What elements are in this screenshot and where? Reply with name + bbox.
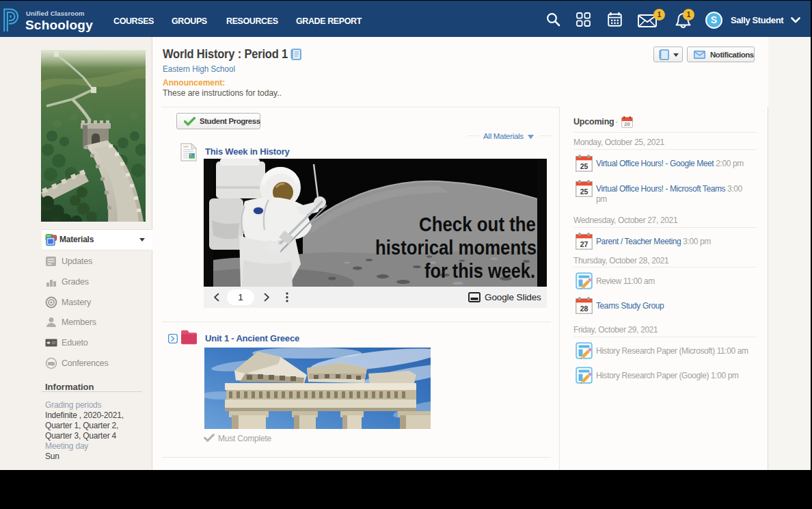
svg-text:28: 28: [580, 304, 588, 313]
svg-text:25: 25: [580, 187, 588, 196]
svg-text:historical moments: historical moments: [375, 236, 537, 259]
svg-text:Check out the: Check out the: [419, 213, 536, 235]
svg-text:25: 25: [580, 162, 588, 170]
svg-text:20: 20: [624, 121, 630, 127]
svg-text:for this week.: for this week.: [424, 259, 535, 282]
svg-text:27: 27: [580, 240, 588, 248]
